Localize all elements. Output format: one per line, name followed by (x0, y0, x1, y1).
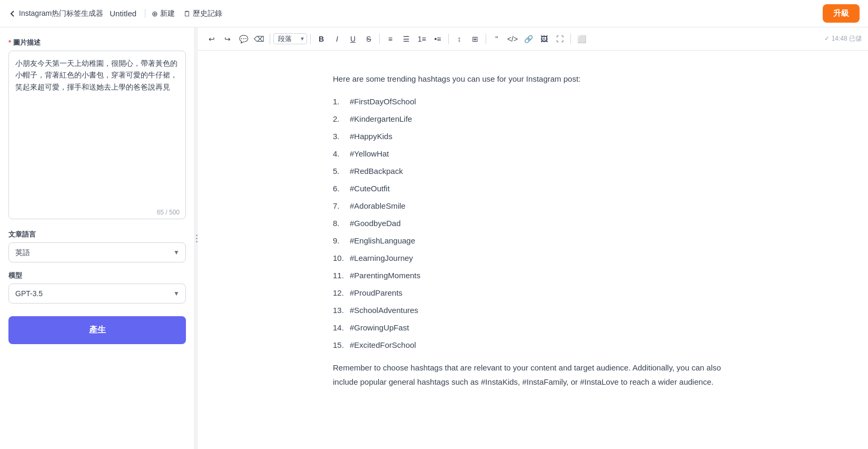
hashtag-item: #YellowHat (333, 147, 733, 161)
hashtag-item: #GrowingUpFast (333, 320, 733, 335)
italic-button[interactable]: I (330, 32, 344, 46)
model-select[interactable]: GPT-3.5 GPT-4 (8, 284, 186, 304)
description-textarea[interactable] (8, 51, 186, 219)
language-select[interactable]: 英語 中文 日語 韓語 (8, 242, 186, 262)
model-select-wrapper: GPT-3.5 GPT-4 ▼ (8, 284, 186, 304)
hashtag-item: #FirstDayOfSchool (333, 94, 733, 109)
code-button[interactable]: </> (505, 32, 520, 46)
unordered-list-button[interactable]: •≡ (430, 32, 445, 46)
hashtag-item: #AdorableSmile (333, 199, 733, 213)
hashtag-item: #GoodbyeDad (333, 216, 733, 230)
hashtag-list: #FirstDayOfSchool#KindergartenLife#Happy… (333, 94, 733, 352)
hashtag-item: #EnglishLanguage (333, 233, 733, 248)
char-counter: 65 / 500 (157, 209, 180, 216)
hashtag-item: #LearningJourney (333, 251, 733, 265)
toolbar-sep-1 (270, 34, 270, 44)
editor-toolbar: ↩ ↪ 💬 ⌫ 段落 標題1 標題2 標題3 ▼ B I U S ≡ ☰ 1 (198, 27, 868, 51)
editor-area: ↩ ↪ 💬 ⌫ 段落 標題1 標題2 標題3 ▼ B I U S ≡ ☰ 1 (198, 27, 868, 449)
history-icon: 🗒 (183, 9, 191, 18)
ordered-list-button[interactable]: 1≡ (415, 32, 429, 46)
align-left-button[interactable]: ≡ (383, 32, 398, 46)
undo-button[interactable]: ↩ (204, 32, 219, 46)
divider-handle (196, 235, 198, 242)
hashtag-item: #SchoolAdventures (333, 303, 733, 317)
hashtag-item: #HappyKids (333, 129, 733, 143)
editor-text-body: Here are some trending hashtags you can … (333, 72, 733, 389)
editor-content[interactable]: Here are some trending hashtags you can … (198, 51, 868, 449)
toolbar-sep-4 (448, 34, 449, 44)
toolbar-sep-5 (486, 34, 486, 44)
toolbar-sep-3 (379, 34, 380, 44)
plus-circle-icon: ⊕ (152, 9, 158, 18)
new-button[interactable]: ⊕ 新建 (152, 9, 175, 18)
align-center-button[interactable]: ☰ (399, 32, 413, 46)
main-layout: *圖片描述 65 / 500 文章語言 英語 中文 日語 韓語 ▼ 模型 (0, 27, 868, 449)
strikethrough-button[interactable]: S (361, 32, 376, 46)
link-button[interactable]: 🔗 (521, 32, 536, 46)
hashtag-item: #ProudParents (333, 286, 733, 300)
style-select[interactable]: 段落 標題1 標題2 標題3 (273, 33, 307, 44)
description-section: *圖片描述 65 / 500 (8, 38, 186, 221)
hashtag-item: #ExcitedForSchool (333, 338, 733, 352)
sidebar: *圖片描述 65 / 500 文章語言 英語 中文 日語 韓語 ▼ 模型 (0, 27, 195, 449)
back-button[interactable]: Instagram热门标签生成器 (8, 9, 103, 18)
style-select-wrap: 段落 標題1 標題2 標題3 ▼ (273, 33, 307, 44)
editor-outro: Remember to choose hashtags that are rel… (333, 360, 733, 389)
hashtag-item: #RedBackpack (333, 164, 733, 178)
top-nav: Instagram热门标签生成器 Untitled ⊕ 新建 🗒 歷史記錄 升級 (0, 0, 868, 27)
hashtag-item: #ParentingMoments (333, 268, 733, 282)
history-button[interactable]: 🗒 歷史記錄 (183, 9, 222, 18)
hashtag-item: #KindergartenLife (333, 112, 733, 126)
bold-button[interactable]: B (314, 32, 329, 46)
align-options-button[interactable]: ⊞ (468, 32, 482, 46)
nav-actions: ⊕ 新建 🗒 歷史記錄 (152, 9, 222, 18)
page-break-button[interactable]: ⬜ (574, 32, 589, 46)
redo-button[interactable]: ↪ (220, 32, 235, 46)
language-section: 文章語言 英語 中文 日語 韓語 ▼ (8, 230, 186, 262)
document-title: Untitled (110, 9, 145, 18)
model-section: 模型 GPT-3.5 GPT-4 ▼ (8, 271, 186, 304)
toolbar-sep-2 (310, 34, 311, 44)
blockquote-button[interactable]: " (489, 32, 504, 46)
comment-button[interactable]: 💬 (236, 32, 251, 46)
image-button[interactable]: 🖼 (537, 32, 551, 46)
erase-button[interactable]: ⌫ (252, 32, 267, 46)
line-height-button[interactable]: ↕ (452, 32, 467, 46)
hashtag-item: #CuteOutfit (333, 181, 733, 196)
model-label: 模型 (8, 271, 186, 280)
upgrade-button[interactable]: 升級 (823, 4, 860, 23)
language-select-wrapper: 英語 中文 日語 韓語 ▼ (8, 242, 186, 262)
save-status: ✓ 14:48 已儲 (824, 34, 862, 43)
language-label: 文章語言 (8, 230, 186, 239)
toolbar-sep-6 (570, 34, 571, 44)
editor-intro: Here are some trending hashtags you can … (333, 72, 733, 86)
fullscreen-button[interactable]: ⛶ (553, 32, 567, 46)
underline-button[interactable]: U (346, 32, 360, 46)
description-textarea-wrap: 65 / 500 (8, 51, 186, 221)
app-title: Instagram热门标签生成器 (19, 9, 103, 18)
required-marker: * (8, 38, 11, 46)
description-label: *圖片描述 (8, 38, 186, 47)
generate-button[interactable]: 產生 (8, 316, 186, 344)
